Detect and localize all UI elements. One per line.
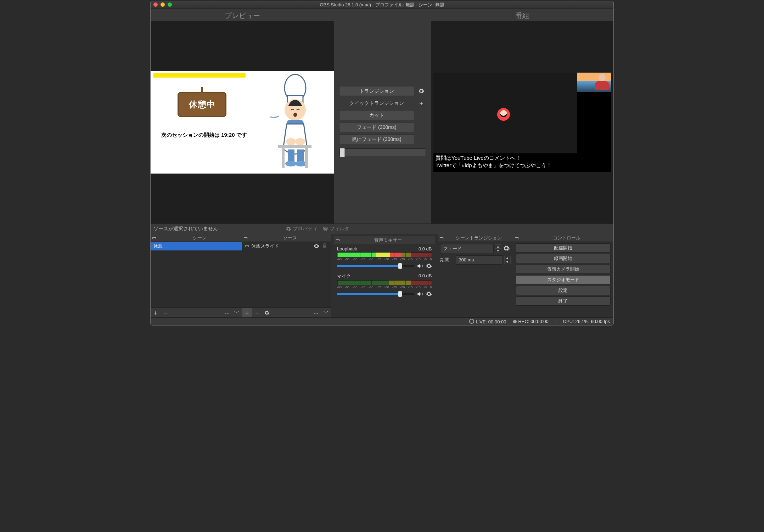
channel-name: Loopback [337, 246, 357, 251]
program-title: 番組 [431, 9, 613, 21]
close-icon[interactable] [153, 2, 158, 7]
preview-viewer[interactable]: 休憩中 次のセッションの開始は 19:20 です [151, 21, 334, 223]
obs-window: OBS Studio 26.1.0 (mac) - プロファイル: 無題 - シ… [150, 1, 614, 326]
transition-select[interactable]: フェード [440, 244, 494, 253]
properties-button[interactable]: プロパティ [286, 226, 318, 232]
preview-canvas: 休憩中 次のセッションの開始は 19:20 です [151, 71, 334, 174]
cook-illustration [253, 71, 327, 174]
popout-icon[interactable]: ▭ [334, 237, 341, 243]
scenes-list[interactable]: 休憩 [151, 242, 242, 307]
add-icon[interactable]: ＋ [416, 98, 426, 108]
source-item[interactable]: ▭ 休憩スライド [242, 242, 331, 250]
control-button[interactable]: 終了 [516, 296, 611, 306]
gear-icon[interactable] [426, 263, 432, 269]
quick-transition-fade[interactable]: フェード (300ms) [339, 122, 414, 132]
no-source-selected: ソースが選択されていません [153, 226, 218, 232]
program-canvas: 質問はYouTube Liveのコメントへ！ Twitterで「#idpよもやま… [433, 73, 611, 172]
popout-icon[interactable]: ▭ [513, 235, 520, 240]
titlebar: OBS Studio 26.1.0 (mac) - プロファイル: 無題 - シ… [151, 1, 613, 9]
window-title: OBS Studio 26.1.0 (mac) - プロファイル: 無題 - シ… [151, 2, 613, 8]
remove-source-button[interactable]: － [252, 308, 262, 318]
control-button[interactable]: 仮想カメラ開始 [516, 265, 611, 274]
eye-icon[interactable] [313, 243, 320, 249]
source-settings-button[interactable] [262, 308, 272, 318]
gear-icon[interactable] [416, 86, 426, 96]
filters-button[interactable]: フィルタ [322, 226, 349, 232]
channel-db: 0.0 dB [418, 246, 432, 251]
gear-icon[interactable] [426, 291, 432, 297]
transition-panel: トランジション クイックトランジション ＋ カット フェード (300ms) 黒… [334, 9, 431, 223]
scene-transition-dock: ▭シーントランジション フェード ▲▼ 期間 300 ms ▲▼ [438, 234, 513, 317]
channel-db: 0.0 dB [418, 273, 432, 279]
speaker-icon[interactable] [416, 290, 423, 298]
speaker-icon[interactable] [416, 262, 423, 270]
mixer-channel: Loopback0.0 dB -60-55-50-45-40-35-30-25-… [337, 246, 432, 270]
live-status: LIVE: 00:00:00 [469, 319, 506, 324]
sources-list[interactable]: ▭ 休憩スライド [242, 242, 331, 307]
camera-overlay [577, 73, 611, 92]
duration-spin[interactable]: ▲▼ [504, 256, 511, 264]
avatar-icon [497, 108, 510, 121]
popout-icon[interactable]: ▭ [242, 235, 249, 240]
lock-icon[interactable] [322, 243, 328, 249]
svg-point-9 [285, 161, 297, 166]
add-scene-button[interactable]: ＋ [151, 308, 161, 318]
channel-name: マイク [337, 273, 351, 279]
add-source-button[interactable]: ＋ [242, 308, 252, 318]
audio-meter [337, 280, 432, 285]
preview-title: プレビュー [151, 9, 334, 21]
svg-rect-7 [288, 149, 294, 162]
duration-label: 期間 [440, 257, 454, 263]
control-button[interactable]: 録画開始 [516, 254, 611, 263]
svg-point-5 [286, 138, 296, 145]
t-bar[interactable] [339, 148, 426, 156]
svg-point-10 [295, 161, 307, 166]
quick-transition-cut[interactable]: カット [339, 110, 414, 120]
svg-rect-8 [297, 149, 304, 162]
control-button[interactable]: スタジオモード [516, 275, 611, 284]
source-down-button[interactable]: ﹀ [321, 308, 331, 318]
svg-point-6 [295, 138, 305, 145]
popout-icon[interactable]: ▭ [151, 235, 158, 240]
quick-transition-label: クイックトランジション [339, 98, 414, 108]
volume-slider[interactable] [337, 265, 414, 267]
controls-dock: ▭コントロール 配信開始録画開始仮想カメラ開始スタジオモード設定終了 [513, 234, 614, 317]
control-button[interactable]: 設定 [516, 286, 611, 295]
scenes-dock: ▭シーン 休憩 ＋ － ︿ ﹀ [151, 234, 242, 317]
program-viewer[interactable]: 質問はYouTube Liveのコメントへ！ Twitterで「#idpよもやま… [431, 21, 613, 223]
duration-input[interactable]: 300 ms [456, 255, 503, 265]
gear-icon[interactable] [503, 245, 511, 253]
transition-spin[interactable]: ▲▼ [495, 244, 501, 253]
break-sign: 休憩中 [178, 92, 226, 117]
zoom-icon[interactable] [168, 2, 172, 7]
mixer-channel: マイク0.0 dB -60-55-50-45-40-35-30-25-20-15… [337, 273, 432, 298]
remove-scene-button[interactable]: － [161, 308, 170, 318]
source-toolbar: ソースが選択されていません プロパティ フィルタ [151, 223, 613, 234]
scene-down-button[interactable]: ﹀ [232, 308, 242, 318]
rec-status: REC: 00:00:00 [513, 319, 548, 324]
program-caption: 質問はYouTube Liveのコメントへ！ Twitterで「#idpよもやま… [436, 154, 552, 169]
svg-point-3 [293, 113, 297, 117]
scene-up-button[interactable]: ︿ [222, 308, 232, 318]
quick-transition-fade-black[interactable]: 黒にフェード (300ms) [339, 134, 414, 144]
mixer-dock: ▭音声ミキサー Loopback0.0 dB -60-55-50-45-40-3… [331, 234, 438, 317]
scene-source-icon: ▭ [245, 242, 249, 250]
scene-item[interactable]: 休憩 [151, 242, 242, 250]
source-up-button[interactable]: ︿ [311, 308, 321, 318]
popout-icon[interactable]: ▭ [438, 235, 445, 240]
next-session-text: 次のセッションの開始は 19:20 です [161, 132, 247, 138]
control-button[interactable]: 配信開始 [516, 243, 611, 253]
minimize-icon[interactable] [161, 2, 165, 7]
volume-slider[interactable] [337, 293, 414, 295]
status-bar: LIVE: 00:00:00 REC: 00:00:00 CPU: 26.1%,… [151, 317, 613, 325]
audio-meter [337, 252, 432, 257]
cpu-status: CPU: 26.1%, 60.00 fps [563, 319, 610, 324]
sources-dock: ▭ソース ▭ 休憩スライド ＋ － ︿ ﹀ [242, 234, 331, 317]
transition-button[interactable]: トランジション [339, 86, 414, 96]
